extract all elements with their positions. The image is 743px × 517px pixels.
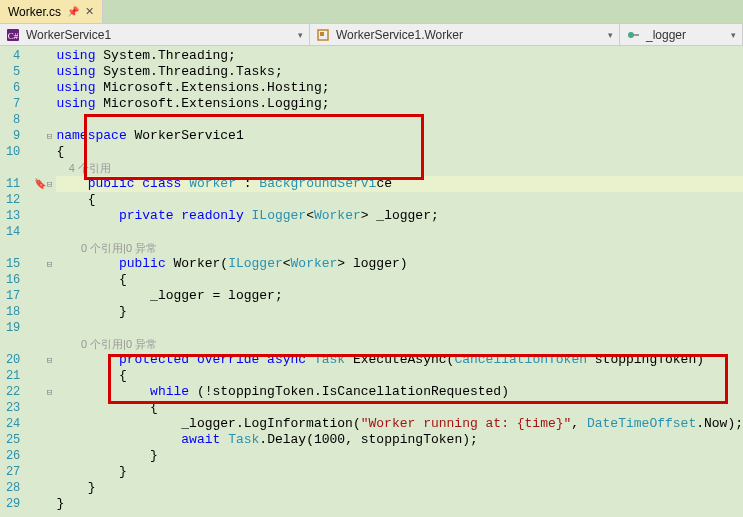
breakpoint-slot[interactable] (34, 112, 46, 128)
line-number: 4 (0, 48, 20, 64)
code-line[interactable]: { (56, 192, 743, 208)
breakpoint-slot[interactable] (34, 128, 46, 144)
svg-rect-3 (320, 32, 324, 36)
svg-text:C#: C# (8, 31, 19, 41)
breakpoint-column[interactable]: 🔖 (34, 46, 46, 517)
line-number: 13 (0, 208, 20, 224)
breakpoint-slot[interactable] (34, 432, 46, 448)
breakpoint-slot[interactable] (34, 496, 46, 512)
csharp-icon: C# (6, 28, 20, 42)
breakpoint-slot[interactable]: 🔖 (34, 176, 46, 192)
codelens-text[interactable]: 0 个引用|0 异常 (56, 338, 157, 350)
breakpoint-slot[interactable] (34, 368, 46, 384)
close-icon[interactable]: ✕ (85, 5, 94, 18)
breakpoint-slot[interactable] (34, 400, 46, 416)
codelens-text[interactable]: 0 个引用|0 异常 (56, 242, 157, 254)
line-number: 16 (0, 272, 20, 288)
line-number: 10 (0, 144, 20, 160)
code-line[interactable]: while (!stoppingToken.IsCancellationRequ… (56, 384, 743, 400)
nav-bar: C# WorkerService1 ▾ WorkerService1.Worke… (0, 24, 743, 46)
scope-class-label: WorkerService1.Worker (336, 28, 463, 42)
breakpoint-slot[interactable] (34, 336, 46, 352)
code-line[interactable]: using Microsoft.Extensions.Logging; (56, 96, 743, 112)
line-number: 15 (0, 256, 20, 272)
line-number: 14 (0, 224, 20, 240)
code-line[interactable]: _logger.LogInformation("Worker running a… (56, 416, 743, 432)
code-line[interactable]: } (56, 448, 743, 464)
breakpoint-slot[interactable] (34, 352, 46, 368)
code-line[interactable]: { (56, 144, 743, 160)
code-line[interactable]: using System.Threading.Tasks; (56, 64, 743, 80)
breakpoint-slot[interactable] (34, 224, 46, 240)
breakpoint-slot[interactable] (34, 80, 46, 96)
breakpoint-slot[interactable] (34, 64, 46, 80)
code-line[interactable]: await Task.Delay(1000, stoppingToken); (56, 432, 743, 448)
chevron-down-icon: ▾ (608, 30, 613, 40)
breakpoint-slot[interactable] (34, 144, 46, 160)
code-line[interactable]: { (56, 400, 743, 416)
line-number: 18 (0, 304, 20, 320)
code-line[interactable]: { (56, 368, 743, 384)
line-number: 28 (0, 480, 20, 496)
line-number: 19 (0, 320, 20, 336)
breakpoint-slot[interactable] (34, 192, 46, 208)
breakpoint-slot[interactable] (34, 288, 46, 304)
line-number (0, 240, 20, 256)
line-number: 29 (0, 496, 20, 512)
code-line[interactable]: { (56, 272, 743, 288)
code-line[interactable] (56, 112, 743, 128)
line-number: 21 (0, 368, 20, 384)
scope-member-label: _logger (646, 28, 686, 42)
breakpoint-slot[interactable] (34, 320, 46, 336)
codelens-text[interactable]: 4 个引用 (56, 162, 110, 174)
scope-namespace-dropdown[interactable]: C# WorkerService1 ▾ (0, 24, 310, 45)
breakpoint-slot[interactable] (34, 448, 46, 464)
breakpoint-slot[interactable] (34, 272, 46, 288)
code-line[interactable]: } (56, 304, 743, 320)
breakpoint-slot[interactable] (34, 384, 46, 400)
chevron-down-icon: ▾ (298, 30, 303, 40)
code-line[interactable]: using System.Threading; (56, 48, 743, 64)
breakpoint-slot[interactable] (34, 464, 46, 480)
breakpoint-slot[interactable] (34, 240, 46, 256)
codelens-line[interactable]: 0 个引用|0 异常 (56, 240, 743, 256)
line-number: 20 (0, 352, 20, 368)
line-number: 12 (0, 192, 20, 208)
class-icon (316, 28, 330, 42)
code-line[interactable]: public Worker(ILogger<Worker> logger) (56, 256, 743, 272)
scope-class-dropdown[interactable]: WorkerService1.Worker ▾ (310, 24, 620, 45)
breakpoint-slot[interactable] (34, 304, 46, 320)
tag-icon: 🔖 (34, 178, 46, 190)
code-line[interactable]: } (56, 480, 743, 496)
code-editor[interactable]: 4567891011121314151617181920212223242526… (0, 46, 743, 517)
code-line[interactable]: _logger = logger; (56, 288, 743, 304)
code-line[interactable]: private readonly ILogger<Worker> _logger… (56, 208, 743, 224)
line-number-gutter: 4567891011121314151617181920212223242526… (0, 46, 34, 517)
code-line[interactable]: public class Worker : BackgroundService (56, 176, 743, 192)
code-area[interactable]: using System.Threading;using System.Thre… (52, 46, 743, 517)
breakpoint-slot[interactable] (34, 160, 46, 176)
breakpoint-slot[interactable] (34, 480, 46, 496)
tab-label: Worker.cs (8, 5, 61, 19)
breakpoint-slot[interactable] (34, 256, 46, 272)
code-line[interactable]: namespace WorkerService1 (56, 128, 743, 144)
code-line[interactable]: } (56, 496, 743, 512)
code-line[interactable]: protected override async Task ExecuteAsy… (56, 352, 743, 368)
line-number: 9 (0, 128, 20, 144)
codelens-line[interactable]: 0 个引用|0 异常 (56, 336, 743, 352)
scope-member-dropdown[interactable]: _logger ▾ (620, 24, 743, 45)
breakpoint-slot[interactable] (34, 48, 46, 64)
pin-icon[interactable]: 📌 (67, 6, 79, 17)
codelens-line[interactable]: 4 个引用 (56, 160, 743, 176)
breakpoint-slot[interactable] (34, 96, 46, 112)
file-tab[interactable]: Worker.cs 📌 ✕ (0, 0, 103, 23)
code-line[interactable] (56, 320, 743, 336)
code-line[interactable] (56, 224, 743, 240)
chevron-down-icon: ▾ (731, 30, 736, 40)
code-line[interactable]: } (56, 464, 743, 480)
breakpoint-slot[interactable] (34, 208, 46, 224)
code-line[interactable]: using Microsoft.Extensions.Hosting; (56, 80, 743, 96)
tab-bar: Worker.cs 📌 ✕ (0, 0, 743, 24)
svg-rect-5 (634, 34, 639, 36)
breakpoint-slot[interactable] (34, 416, 46, 432)
